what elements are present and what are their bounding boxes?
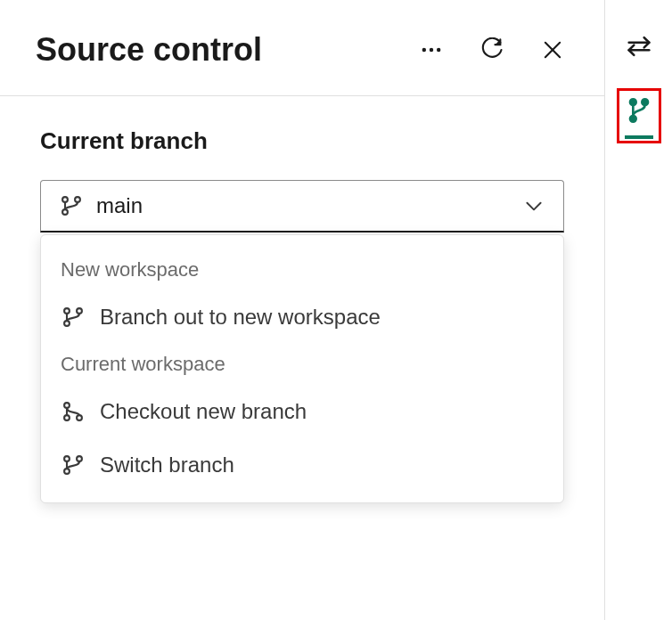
close-icon [540, 37, 565, 62]
right-rail [605, 0, 672, 620]
refresh-button[interactable] [476, 34, 508, 66]
branch-icon [61, 453, 86, 477]
branch-selector[interactable]: main [40, 180, 564, 232]
svg-point-1 [430, 49, 432, 51]
dropdown-section-current-workspace: Current workspace [41, 344, 563, 385]
dropdown-item-label: Branch out to new workspace [100, 305, 381, 330]
branch-icon [59, 193, 84, 218]
more-button[interactable] [415, 34, 447, 66]
svg-point-14 [64, 456, 70, 461]
svg-point-2 [438, 49, 439, 51]
svg-point-5 [62, 197, 68, 202]
close-button[interactable] [537, 34, 569, 66]
branch-dropdown: New workspace Branch out to new workspac… [40, 234, 564, 503]
svg-point-10 [64, 321, 70, 326]
dropdown-item-label: Switch branch [100, 453, 234, 477]
current-branch-label: Current branch [40, 127, 564, 155]
panel-body: Current branch main New workspace [0, 96, 604, 534]
more-icon [419, 37, 444, 62]
panel-header: Source control [0, 0, 604, 96]
dropdown-item-label: Checkout new branch [100, 399, 307, 424]
source-control-icon [625, 96, 653, 125]
branch-value: main [96, 193, 510, 218]
svg-point-7 [62, 209, 68, 215]
refresh-icon [479, 37, 504, 62]
dropdown-item-branch-out[interactable]: Branch out to new workspace [41, 290, 563, 344]
svg-point-15 [77, 456, 82, 461]
source-control-panel: Source control [0, 0, 605, 620]
dropdown-item-checkout[interactable]: Checkout new branch [41, 385, 563, 438]
dropdown-section-new-workspace: New workspace [41, 249, 563, 290]
rail-active-indicator [625, 96, 653, 139]
svg-point-13 [77, 415, 82, 420]
header-actions [415, 34, 569, 66]
chevron-down-icon [522, 194, 545, 217]
svg-point-19 [630, 116, 636, 122]
branch-icon [61, 399, 86, 424]
svg-point-18 [642, 99, 648, 105]
dropdown-item-switch[interactable]: Switch branch [41, 438, 563, 492]
svg-point-17 [630, 99, 636, 105]
branch-icon [61, 305, 86, 330]
svg-point-12 [64, 415, 70, 420]
svg-point-8 [64, 308, 70, 314]
panel-title: Source control [36, 31, 415, 69]
rail-source-control-button[interactable] [617, 88, 661, 143]
svg-point-6 [75, 197, 80, 202]
svg-point-11 [64, 403, 70, 408]
svg-point-16 [64, 469, 70, 474]
sync-arrows-icon [624, 31, 654, 61]
svg-point-0 [423, 49, 425, 51]
rail-sync-button[interactable] [624, 31, 654, 61]
svg-point-9 [77, 308, 82, 314]
